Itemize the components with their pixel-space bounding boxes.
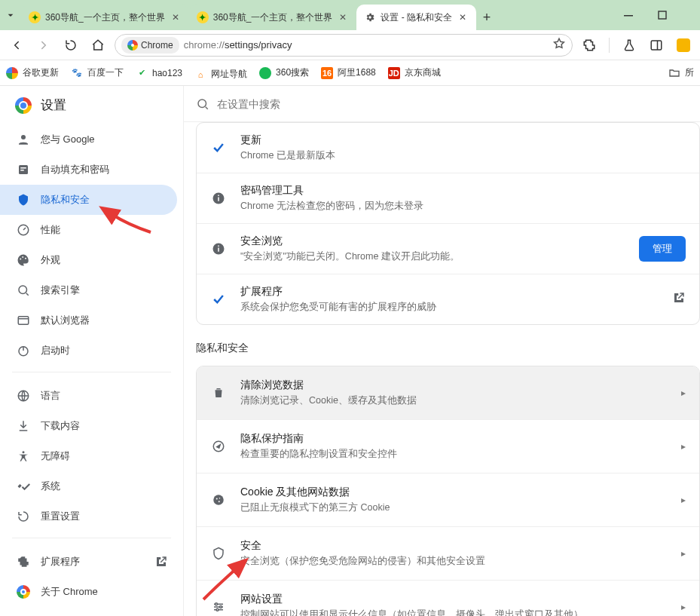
row-title: 网站设置: [240, 593, 668, 606]
extensions-icon[interactable]: [579, 35, 600, 56]
safety-check-card: 更新 Chrome 已是最新版本 密码管理工具 Chrome 无法检查您的密码，…: [196, 122, 700, 325]
home-button[interactable]: [87, 35, 109, 56]
row-security[interactable]: 安全 安全浏览（保护您免受危险网站的侵害）和其他安全设置 ▸: [197, 526, 699, 580]
row-title: 安全浏览: [240, 234, 625, 248]
close-tab-icon[interactable]: ✕: [457, 11, 469, 23]
row-title: 扩展程序: [240, 285, 659, 299]
row-site-settings[interactable]: 网站设置 控制网站可以使用和显示什么信息（如位置信息、摄像头、弹出式窗口及其他）…: [197, 580, 699, 616]
row-subtitle: 清除浏览记录、Cookie、缓存及其他数据: [240, 394, 668, 407]
settings-search-input[interactable]: [217, 98, 688, 110]
maximize-button[interactable]: [646, 0, 679, 30]
row-subtitle: 检查重要的隐私控制设置和安全控件: [240, 448, 668, 461]
labs-icon[interactable]: [619, 35, 640, 56]
tab-2-active[interactable]: 设置 - 隐私和安全 ✕: [356, 5, 476, 30]
close-tab-icon[interactable]: ✕: [337, 11, 349, 23]
sidebar-nav: 您与 Google 自动填充和密码 隐私和安全 性能 外观 搜索引擎: [0, 121, 183, 607]
compass-icon: [210, 440, 227, 453]
bookmark-star-icon[interactable]: [552, 37, 566, 54]
row-subtitle: "安全浏览"功能已关闭。Chrome 建议开启此功能。: [240, 250, 625, 263]
chevron-right-icon: ▸: [681, 441, 686, 452]
tab-list-dropdown[interactable]: [0, 0, 21, 30]
reload-button[interactable]: [60, 35, 81, 56]
row-title: 隐私保护指南: [240, 432, 668, 446]
row-title: 更新: [240, 133, 686, 147]
sidebar-item-performance[interactable]: 性能: [0, 215, 177, 245]
bookmark-hao123[interactable]: ✔hao123: [136, 67, 182, 79]
bookmark-site-nav[interactable]: ⌂网址导航: [194, 65, 247, 81]
sidebar-item-downloads[interactable]: 下载内容: [0, 411, 177, 441]
svg-rect-7: [20, 170, 24, 171]
window-titlebar: ✦ 360导航_一个主页，整个世界 ✕ ✦ 360导航_一个主页，整个世界 ✕ …: [0, 0, 700, 30]
trash-icon: [210, 386, 227, 400]
open-external-icon: [154, 555, 168, 568]
svg-point-34: [216, 603, 218, 605]
row-title: 清除浏览数据: [240, 378, 668, 392]
sidebar-item-you-and-google[interactable]: 您与 Google: [0, 124, 177, 155]
search-icon: [196, 97, 209, 111]
sidebar-item-search-engine[interactable]: 搜索引擎: [0, 275, 177, 305]
tab-0[interactable]: ✦ 360导航_一个主页，整个世界 ✕: [21, 5, 189, 30]
manage-button[interactable]: 管理: [639, 236, 686, 262]
sidebar-item-system[interactable]: 系统: [0, 471, 177, 501]
svg-rect-0: [624, 15, 633, 17]
info-icon: [210, 242, 227, 256]
svg-rect-24: [218, 248, 219, 252]
sidebar-item-extensions[interactable]: 扩展程序: [0, 547, 177, 577]
privacy-list: 清除浏览数据 清除浏览记录、Cookie、缓存及其他数据 ▸ 隐私保护指南 检查…: [196, 366, 700, 616]
sidebar-item-label: 外观: [41, 253, 60, 267]
bookmark-google-update[interactable]: 谷歌更新: [6, 66, 59, 79]
address-bar[interactable]: Chrome chrome://settings/privacy: [115, 34, 573, 57]
tab-1[interactable]: ✦ 360导航_一个主页，整个世界 ✕: [189, 5, 357, 30]
all-bookmarks-folder[interactable]: 所: [668, 66, 694, 79]
bookmark-1688[interactable]: 16阿里1688: [321, 66, 376, 79]
bookmark-baidu[interactable]: 🐾百度一下: [71, 66, 124, 79]
bookmark-jd[interactable]: JD京东商城: [388, 66, 441, 79]
favicon-settings: [364, 11, 376, 23]
sidebar-item-label: 隐私和安全: [41, 193, 90, 207]
settings-content: 更新 Chrome 已是最新版本 密码管理工具 Chrome 无法检查您的密码，…: [184, 86, 700, 616]
sidebar-item-default-browser[interactable]: 默认浏览器: [0, 305, 177, 336]
alibaba-icon: 16: [321, 67, 333, 79]
cookie-icon: [210, 493, 227, 507]
sidebar-item-label: 搜索引擎: [41, 283, 80, 297]
sidebar-item-about[interactable]: 关于 Chrome: [0, 577, 177, 607]
new-tab-button[interactable]: +: [476, 5, 497, 30]
row-clear-browsing-data[interactable]: 清除浏览数据 清除浏览记录、Cookie、缓存及其他数据 ▸: [197, 366, 699, 419]
row-cookies[interactable]: Cookie 及其他网站数据 已阻止无痕模式下的第三方 Cookie ▸: [197, 473, 699, 526]
row-privacy-guide[interactable]: 隐私保护指南 检查重要的隐私控制设置和安全控件 ▸: [197, 419, 699, 473]
minimize-button[interactable]: [613, 0, 646, 30]
sidebar-item-on-startup[interactable]: 启动时: [0, 336, 177, 366]
row-title: Cookie 及其他网站数据: [240, 486, 668, 499]
profile-ribbon[interactable]: [673, 35, 694, 56]
sidebar-item-reset[interactable]: 重置设置: [0, 501, 177, 532]
sidebar-item-autofill[interactable]: 自动填充和密码: [0, 155, 177, 185]
sidebar-item-accessibility[interactable]: 无障碍: [0, 441, 177, 471]
sidebar-item-appearance[interactable]: 外观: [0, 245, 177, 275]
nav-icon: ⌂: [194, 69, 206, 81]
row-subtitle: 安全浏览（保护您免受危险网站的侵害）和其他安全设置: [240, 555, 668, 568]
bookmark-360search[interactable]: 360搜索: [259, 66, 309, 79]
tab-title: 设置 - 隐私和安全: [381, 11, 452, 24]
section-title-privacy: 隐私和安全: [196, 342, 700, 355]
check-row-extensions[interactable]: 扩展程序 系统会保护您免受可能有害的扩展程序的威胁: [197, 274, 699, 324]
sidepanel-icon[interactable]: [646, 35, 667, 56]
sidebar-item-label: 系统: [41, 480, 60, 493]
settings-search[interactable]: [184, 86, 700, 122]
close-window-button[interactable]: [679, 0, 700, 30]
site-chip[interactable]: Chrome: [121, 37, 179, 54]
svg-point-35: [220, 606, 222, 608]
sidebar-item-label: 性能: [41, 223, 60, 237]
check-row-safe-browsing: 安全浏览 "安全浏览"功能已关闭。Chrome 建议开启此功能。 管理: [197, 223, 699, 274]
folder-icon: [668, 67, 680, 79]
svg-rect-2: [651, 41, 662, 50]
chrome-logo-icon: [15, 97, 32, 114]
close-tab-icon[interactable]: ✕: [170, 11, 182, 23]
tab-title: 360导航_一个主页，整个世界: [213, 11, 333, 24]
forward-button[interactable]: [33, 35, 54, 56]
sidebar-item-privacy-security[interactable]: 隐私和安全: [0, 185, 177, 215]
back-button[interactable]: [6, 35, 27, 56]
sidebar-item-languages[interactable]: 语言: [0, 381, 177, 411]
row-title: 密码管理工具: [240, 184, 686, 198]
svg-rect-13: [18, 317, 29, 325]
check-ok-icon: [210, 292, 227, 307]
